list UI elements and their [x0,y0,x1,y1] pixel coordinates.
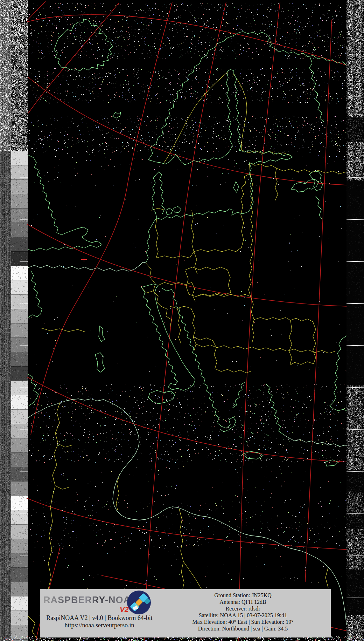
pass-details: Ground Station: JN25KQAntenna: QFH 12dBR… [158,592,328,632]
info-line: Antenna: QFH 12dB [158,599,328,605]
info-line: Satellite: NOAA 15 | 03-07-2025 19:41 [158,612,328,619]
map-overlay [0,0,364,641]
info-line: Ground Station: JN25KQ [158,592,328,599]
raspberry-noaa-logo-icon [127,590,151,615]
info-line: Max Elevation: 40° East | Sun Elevation:… [158,619,328,625]
info-panel: RASPBERRY-NOAA V2 RaspiNOAA V2 | v4.0 | … [40,589,331,637]
station-branding: RASPBERRY-NOAA V2 RaspiNOAA V2 | v4.0 | … [41,589,158,637]
graticule-grid [27,1,346,641]
logo-v2-badge: V2 [120,605,129,614]
raspberry-noaa-logo-text: RASPBERRY-NOAA [43,595,138,606]
ground-station-marker [81,257,87,262]
station-url: https://noaa.serveurperso.in [42,622,157,629]
info-line: Direction: Northbound | sea | Gain: 34.5 [158,625,328,632]
info-line: Receiver: rtlsdr [158,605,328,612]
coastlines [28,19,346,625]
noaa-apt-capture: RASPBERRY-NOAA V2 RaspiNOAA V2 | v4.0 | … [0,0,364,641]
software-version-line: RaspiNOAA V2 | v4.0 | Bookworm 64-bit [42,614,157,622]
station-software-info: RaspiNOAA V2 | v4.0 | Bookworm 64-bit ht… [42,614,157,629]
country-borders [28,72,346,638]
